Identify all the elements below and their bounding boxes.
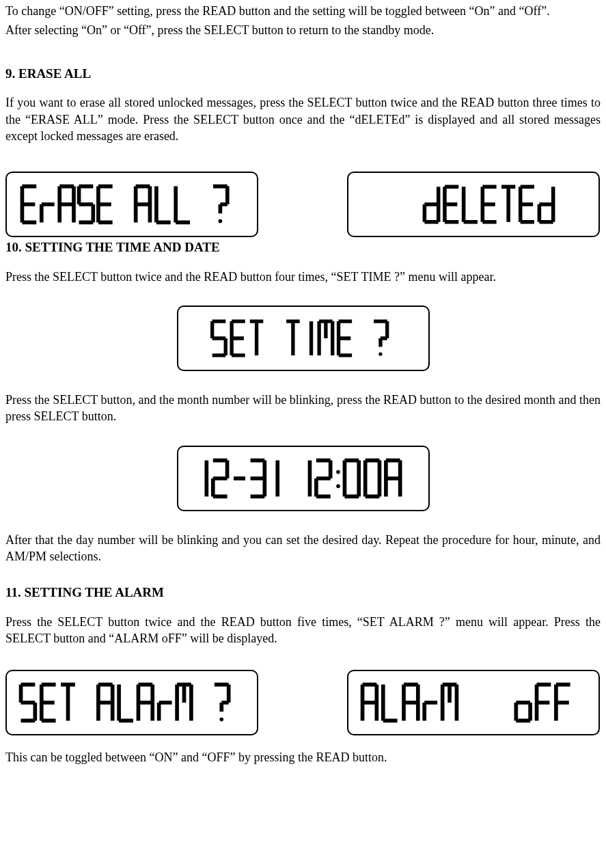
lcd-set-alarm: [5, 670, 258, 735]
lcd-deleted: [347, 172, 600, 237]
lcd-row-erase: [5, 172, 601, 237]
lcd-clock: [177, 446, 430, 511]
svg-point-2: [336, 470, 340, 474]
svg-point-1: [378, 353, 382, 356]
alarm-body1: Press the SELECT button twice and the RE…: [5, 614, 601, 647]
time-date-body1: Press the SELECT button twice and the RE…: [5, 269, 601, 285]
heading-alarm: 11. SETTING THE ALARM: [5, 584, 601, 601]
intro-line2: After selecting “On” or “Off”, press the…: [5, 22, 601, 38]
erase-all-body: If you want to erase all stored unlocked…: [5, 94, 601, 144]
heading-time-date: 10. SETTING THE TIME AND DATE: [5, 239, 601, 256]
alarm-body2: This can be toggled between “ON” and “OF…: [5, 749, 601, 765]
lcd-row-settime: [5, 306, 601, 371]
lcd-row-clock: [5, 446, 601, 511]
intro-line1: To change “ON/OFF” setting, press the RE…: [5, 3, 601, 19]
lcd-erase-all: [5, 172, 258, 237]
svg-point-0: [219, 219, 223, 223]
lcd-row-alarm: [5, 670, 601, 735]
lcd-set-time: [177, 306, 430, 371]
svg-point-3: [336, 484, 340, 488]
lcd-alarm-off: [347, 670, 600, 735]
svg-point-4: [219, 718, 223, 722]
time-date-body3: After that the day number will be blinki…: [5, 532, 601, 565]
time-date-body2: Press the SELECT button, and the month n…: [5, 392, 601, 425]
heading-erase-all: 9. ERASE ALL: [5, 65, 601, 83]
